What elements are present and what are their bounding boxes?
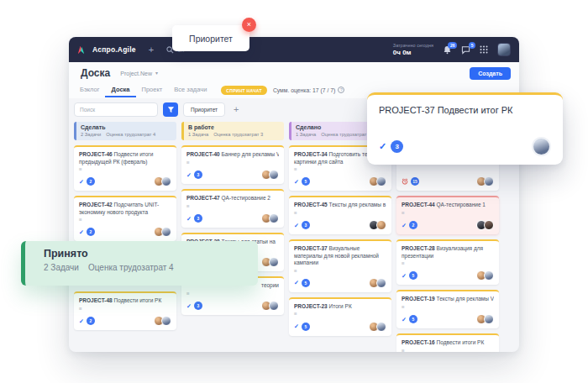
check-icon: ✓	[186, 172, 192, 178]
task-card[interactable]: PROJECT-47 QA-тестирование 2≡✓3	[181, 189, 284, 228]
task-title: PROJECT-47 QA-тестирование 2	[186, 195, 279, 202]
task-card[interactable]: PROJECT-48 Подвести итоги РК≡✓2	[74, 291, 176, 330]
board-column: В работе1 ЗадачаОценка трудозатрат 3PROJ…	[181, 122, 284, 320]
task-card[interactable]: PROJECT-16 Подвести итоги РК≡	[396, 333, 499, 352]
avatar-man	[376, 176, 386, 186]
task-card[interactable]: PROJECT-37 Визуальные материалы для ново…	[289, 239, 391, 292]
filter-chip-priority[interactable]: Приоритет	[183, 102, 225, 117]
top-bar: Аспро.Agile + Сп Затрачено сегодня 0ч 0м	[69, 37, 519, 62]
assignee-avatars	[371, 322, 386, 332]
avatar-man	[161, 176, 171, 186]
tab-all-tasks[interactable]: Все задачи	[168, 84, 213, 97]
task-footer: ✓5	[294, 172, 386, 186]
task-text: Подвести итоги РК	[114, 297, 162, 303]
search-input[interactable]	[74, 102, 158, 117]
assignee-avatars	[371, 176, 386, 186]
estimate-badge: 3	[302, 221, 310, 229]
tab-board[interactable]: Доска	[105, 84, 135, 97]
task-code: PROJECT-45	[294, 202, 328, 207]
zoomed-task-card[interactable]: PROJECT-37 Подвести итог РК ✓ 3	[367, 92, 563, 165]
board-select[interactable]: Project.New ▾	[120, 71, 158, 76]
description-icon: ≡	[402, 305, 494, 310]
task-footer: ✓2	[79, 172, 171, 186]
accepted-swimlane-panel: Принято 2 Задачи Оценка трудозатрат 4	[21, 241, 258, 286]
check-icon: ✓	[294, 280, 299, 286]
close-icon[interactable]: ×	[242, 18, 256, 32]
notifications-button[interactable]: 26	[443, 45, 452, 55]
description-icon: ≡	[294, 211, 386, 216]
column-title: Сделать	[81, 124, 171, 130]
column-estimate: Оценка трудозатрат	[321, 132, 366, 137]
avatar-man	[376, 278, 386, 288]
task-title: PROJECT-23 Итоги РК	[294, 303, 386, 311]
assignee-avatars	[264, 301, 279, 311]
task-card[interactable]: PROJECT-28 Визуализация для презентации≡…	[396, 239, 499, 285]
estimate-badge: 2	[87, 317, 95, 325]
task-card[interactable]: PROJECT-19 Тексты для рекламы VK≡✓5	[396, 290, 499, 328]
create-button[interactable]: Создать	[470, 67, 511, 80]
check-icon: ✓	[79, 179, 84, 185]
time-tracker-value: 0ч 0м	[393, 49, 433, 56]
swimlane-title: Принято	[44, 248, 258, 260]
check-icon: ✓	[402, 273, 407, 279]
description-icon: ≡	[402, 349, 494, 353]
estimate-badge: 5	[409, 315, 417, 323]
add-icon[interactable]: +	[149, 45, 154, 55]
task-code: PROJECT-19	[402, 296, 435, 302]
task-card[interactable]: PROJECT-46 Подвести итоги предыдущей РК …	[74, 145, 176, 191]
column-subtitle: 1 ЗадачаОценка трудозатрат 3	[188, 132, 279, 137]
messages-button[interactable]: 5	[461, 45, 470, 55]
task-code: PROJECT-37	[294, 245, 328, 251]
task-footer: ✓3	[186, 209, 279, 223]
tab-backlog[interactable]: Бэклог	[74, 84, 105, 97]
column-subtitle: 2 ЗадачиОценка трудозатрат 4	[81, 132, 171, 137]
user-avatar[interactable]	[497, 43, 511, 56]
column-estimate: Оценка трудозатрат 4	[106, 132, 155, 137]
task-title: PROJECT-16 Подвести итоги РК	[402, 339, 494, 347]
avatar-man	[376, 322, 386, 332]
task-footer-left: ✓5	[294, 323, 310, 331]
task-card[interactable]: PROJECT-44 QA-тестирование 1≡✓2	[396, 196, 499, 234]
task-card[interactable]: PROJECT-42 Подсчитать UNIT-экономику нов…	[74, 196, 176, 241]
info-icon[interactable]: ?	[338, 87, 344, 93]
time-tracker[interactable]: Затрачено сегодня 0ч 0м	[393, 43, 433, 56]
task-footer-left: ✓3	[186, 171, 202, 179]
task-footer: ✓2	[402, 216, 494, 230]
task-footer: 15	[402, 172, 494, 186]
assignee-avatars	[371, 278, 386, 288]
estimate-badge: 3	[194, 302, 202, 310]
task-card[interactable]: PROJECT-23 Итоги РК≡✓5	[289, 297, 391, 336]
messages-badge: 5	[469, 42, 475, 49]
task-card[interactable]: PROJECT-45 Тексты для рекламы в VK≡✓3	[289, 196, 391, 234]
assignee-avatars	[156, 316, 171, 326]
description-icon: ≡	[402, 211, 494, 216]
alarm-icon	[402, 178, 408, 185]
task-text: Тексты для рекламы VK	[437, 296, 494, 302]
column-title: В работе	[188, 124, 279, 130]
estimate-badge: 3	[194, 214, 202, 223]
filter-button[interactable]	[163, 102, 178, 117]
check-icon: ✓	[294, 223, 299, 228]
assignee-avatars	[264, 213, 279, 223]
task-text: Подвести итоги РК	[437, 339, 485, 345]
task-footer: ✓5	[402, 310, 494, 324]
board-toolbar: Доска Project.New ▾ Создать	[69, 62, 519, 84]
assignee-avatars	[156, 227, 171, 237]
task-text: теории	[261, 282, 279, 288]
task-code: PROJECT-34	[294, 151, 328, 157]
task-footer: ✓3	[186, 165, 279, 180]
assignee-avatars	[264, 170, 279, 180]
assignee-avatars	[479, 314, 494, 324]
check-icon: ✓	[294, 179, 299, 185]
assignee-avatars	[264, 257, 279, 267]
add-filter-icon[interactable]: +	[234, 105, 239, 114]
tab-project[interactable]: Проект	[136, 84, 169, 97]
funnel-icon	[167, 106, 175, 113]
estimate-badge: 5	[302, 177, 310, 186]
task-code: PROJECT-16	[402, 339, 435, 345]
task-title: PROJECT-45 Тексты для рекламы в VK	[294, 202, 386, 209]
task-card[interactable]: PROJECT-40 Баннер для рекламы VK≡✓3	[181, 145, 284, 184]
task-footer: ✓2	[79, 312, 171, 326]
grid-icon	[480, 45, 488, 54]
apps-grid-button[interactable]	[480, 45, 488, 54]
